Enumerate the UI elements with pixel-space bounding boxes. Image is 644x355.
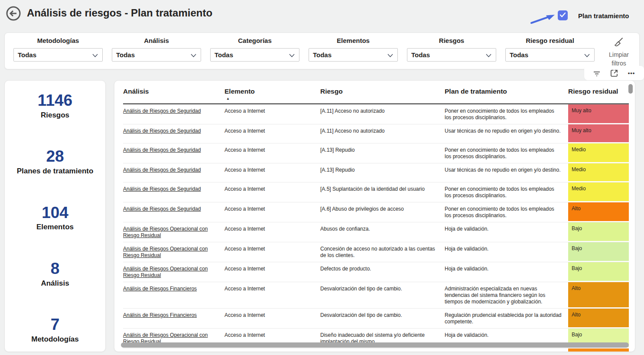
column-header-elemento[interactable]: Elemento ▲ <box>224 88 320 103</box>
cell-analisis[interactable]: Análisis de Riesgos de Seguridad <box>123 104 224 124</box>
column-header-analisis[interactable]: Análisis <box>123 88 224 103</box>
table-row[interactable]: Análisis de Riesgos de Seguridad Acceso … <box>123 202 629 222</box>
filter-dropdown[interactable]: Todas <box>407 48 496 62</box>
filter-bar-groups: Metodologías Todas Análisis Todas Catego… <box>13 37 595 62</box>
more-options-icon[interactable]: ••• <box>627 68 636 78</box>
cell-plan: Hoja de validación. <box>445 262 568 282</box>
cell-riesgo-residual: Medio <box>568 163 629 182</box>
cell-riesgo: [A.6] Abuso de privilegios de acceso <box>320 202 445 222</box>
cell-riesgo: Concesión de acceso no autorizado a las … <box>320 242 445 262</box>
filter-dropdown[interactable]: Todas <box>309 48 398 62</box>
cell-analisis[interactable]: Análisis de Riesgos Operacional con Ries… <box>123 222 224 242</box>
table-row[interactable]: Análisis de Riesgos Operacional con Ries… <box>123 242 629 262</box>
cell-analisis[interactable]: Análisis de Riesgos Operacional <box>123 348 224 352</box>
check-icon <box>559 12 566 20</box>
cell-plan: Medidas de contingencia operativa <box>445 348 568 352</box>
cell-plan: Poner en conocimiento de todos los emple… <box>445 202 568 222</box>
clear-filters-label: Limpiar filtros <box>603 50 635 68</box>
table-row[interactable]: Análisis de Riesgos de Seguridad Acceso … <box>123 143 629 163</box>
kpi-label: Metodologías <box>5 335 105 344</box>
column-header-plan[interactable]: Plan de tratamiento <box>445 88 568 103</box>
table-row[interactable]: Análisis de Riesgos Financieros Acceso a… <box>123 309 629 329</box>
filter-label: Elementos <box>309 37 398 44</box>
cell-elemento: Acceso a Internet <box>224 202 320 222</box>
kpi-block: 104 Elementos <box>5 204 105 232</box>
cell-analisis[interactable]: Análisis de Riesgos de Seguridad <box>123 124 224 143</box>
cell-elemento: Acceso a Internet <box>224 104 320 124</box>
chevron-down-icon <box>584 51 590 59</box>
cell-riesgo: [A.13] Repudio <box>320 163 445 182</box>
page-title: Análisis de riesgos - Plan tratamiento <box>27 7 212 19</box>
cell-elemento: Acceso a Internet <box>224 163 320 182</box>
top-header: Análisis de riesgos - Plan tratamiento P… <box>0 0 644 30</box>
filter-label: Análisis <box>112 37 201 44</box>
filter-dropdown-value: Todas <box>116 51 135 59</box>
cell-riesgo-residual: Alto <box>568 309 629 328</box>
cell-analisis[interactable]: Análisis de Riesgos de Seguridad <box>123 143 224 163</box>
column-header-residual[interactable]: Riesgo residual <box>568 88 629 103</box>
kpi-value: 7 <box>5 316 105 334</box>
chevron-down-icon <box>486 51 491 59</box>
filter-label: Metodologías <box>13 37 103 44</box>
kpi-block: 28 Planes de tratamiento <box>5 148 105 176</box>
kpi-block: 7 Metodologías <box>5 316 105 344</box>
chevron-down-icon <box>92 51 98 59</box>
table-row[interactable]: Análisis de Riesgos Operacional con Ries… <box>123 262 629 282</box>
plan-tratamiento-checkbox[interactable] <box>558 10 568 20</box>
table-row[interactable]: Análisis de Riesgos Financieros Acceso a… <box>123 282 629 309</box>
cell-riesgo-residual: Medio <box>568 143 629 163</box>
filter-icon[interactable] <box>592 68 602 78</box>
table-row[interactable]: Análisis de Riesgos de Seguridad Acceso … <box>123 163 629 182</box>
cell-riesgo: Desvalorización del tipo de cambio. <box>320 282 445 308</box>
filter-group: Metodologías Todas <box>13 37 103 62</box>
focus-mode-icon[interactable] <box>609 68 619 78</box>
column-header-riesgo[interactable]: Riesgo <box>320 88 445 103</box>
filter-dropdown[interactable]: Todas <box>210 48 299 62</box>
table-row[interactable]: Análisis de Riesgos de Seguridad Acceso … <box>123 182 629 202</box>
sort-ascending-icon: ▲ <box>226 97 230 101</box>
kpi-label: Elementos <box>5 223 105 231</box>
kpi-label: Riesgos <box>5 111 105 120</box>
annotation-arrow-icon <box>530 11 556 27</box>
cell-analisis[interactable]: Análisis de Riesgos de Seguridad <box>123 182 224 202</box>
vertical-scrollbar[interactable] <box>628 84 633 94</box>
filter-label: Riesgo residual <box>505 37 595 44</box>
cell-riesgo: [A.11] Acceso no autorizado <box>320 124 445 143</box>
cell-analisis[interactable]: Análisis de Riesgos Financieros <box>123 282 224 308</box>
filter-group: Riesgos Todas <box>407 37 496 62</box>
table-row[interactable]: Análisis de Riesgos Operacional Acceso a… <box>123 348 629 352</box>
filter-group: Categorías Todas <box>210 37 299 62</box>
cell-riesgo-residual: Bajo <box>568 242 629 262</box>
cell-riesgo: Error en la captura de información en el… <box>320 348 445 352</box>
cell-plan: Poner en conocimiento de todos los emple… <box>445 104 568 124</box>
cell-analisis[interactable]: Análisis de Riesgos de Seguridad <box>123 202 224 222</box>
cell-riesgo: [A.11] Acceso no autorizado <box>320 104 445 124</box>
cell-elemento: Acceso a Internet <box>224 262 320 282</box>
cell-riesgo-residual: Muy alto <box>568 104 629 124</box>
cell-plan: Hoja de validación. <box>445 242 568 262</box>
cell-analisis[interactable]: Análisis de Riesgos Operacional con Ries… <box>123 262 224 282</box>
table-row[interactable]: Análisis de Riesgos de Seguridad Acceso … <box>123 104 629 124</box>
table-row[interactable]: Análisis de Riesgos Operacional con Ries… <box>123 222 629 242</box>
cell-analisis[interactable]: Análisis de Riesgos Financieros <box>123 309 224 328</box>
horizontal-scrollbar[interactable] <box>121 342 629 348</box>
cell-plan: Administración especializada en nuevas t… <box>445 282 568 308</box>
clear-filters-button[interactable]: Limpiar filtros <box>603 36 635 68</box>
cell-analisis[interactable]: Análisis de Riesgos de Seguridad <box>123 163 224 182</box>
filter-dropdown[interactable]: Todas <box>505 48 595 62</box>
back-button[interactable] <box>6 6 21 21</box>
cell-plan: Hoja de validación. <box>445 222 568 242</box>
cell-elemento: Acceso a Internet <box>224 242 320 262</box>
kpi-label: Análisis <box>5 279 105 288</box>
cell-elemento: Acceso a Internet <box>224 222 320 242</box>
filter-dropdown-value: Todas <box>18 51 36 59</box>
filter-dropdown[interactable]: Todas <box>112 48 201 62</box>
cell-analisis[interactable]: Análisis de Riesgos Operacional con Ries… <box>123 242 224 262</box>
kpi-block: 8 Análisis <box>5 260 105 288</box>
cell-riesgo: Defectos de producto. <box>320 262 445 282</box>
filter-dropdown-value: Todas <box>313 51 332 59</box>
filter-dropdown[interactable]: Todas <box>13 48 103 62</box>
kpi-value: 28 <box>5 148 105 166</box>
table-row[interactable]: Análisis de Riesgos de Seguridad Acceso … <box>123 124 629 143</box>
cell-riesgo-residual: Alto <box>568 202 629 222</box>
